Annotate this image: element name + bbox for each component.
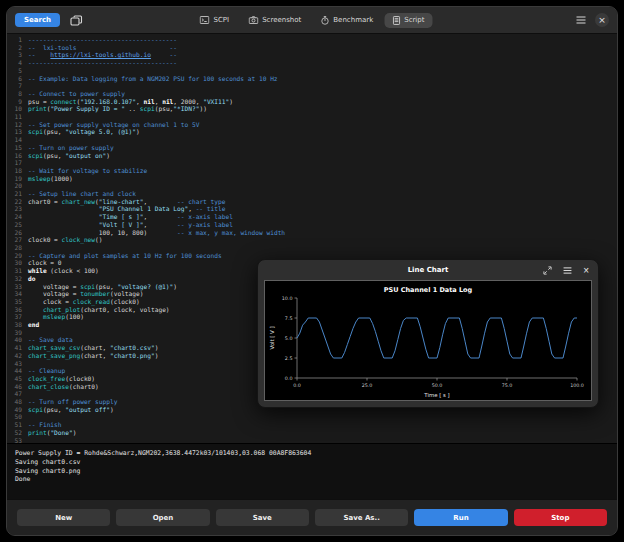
code-line[interactable]: 13scpi(psu, "voltage 5.0, (@1)") [7, 128, 617, 136]
svg-text:0.0: 0.0 [285, 376, 293, 381]
code-line[interactable]: 8-- Connect to power supply [7, 90, 617, 98]
code-line[interactable]: 21-- Setup line chart and clock [7, 190, 617, 198]
console-output[interactable]: Power Supply ID = Rohde&Schwarz,NGM202,3… [7, 443, 617, 499]
line-number: 43 [7, 360, 28, 368]
line-number: 14 [7, 136, 28, 144]
line-number: 53 [7, 437, 28, 443]
view-switcher: SCPI Screenshot [192, 13, 433, 28]
line-number: 9 [7, 98, 28, 106]
line-number: 13 [7, 128, 28, 136]
code-line[interactable]: 1---------------------------------------… [7, 36, 617, 44]
line-number: 49 [7, 406, 28, 414]
tab-overview-button[interactable] [68, 13, 85, 28]
close-icon: × [598, 16, 606, 25]
line-number: 32 [7, 275, 28, 283]
line-number: 20 [7, 182, 28, 190]
chart-expand-button[interactable] [541, 264, 554, 277]
code-line[interactable]: 25 "Volt [ V ]", -- y-axis label [7, 221, 617, 229]
line-number: 48 [7, 398, 28, 406]
svg-text:2.5: 2.5 [285, 356, 293, 361]
new-button[interactable]: New [17, 509, 110, 526]
code-line[interactable]: 3-- https://lxi-tools.github.io -- [7, 51, 617, 59]
code-line[interactable]: 5 [7, 67, 617, 75]
line-number: 31 [7, 267, 28, 275]
code-line[interactable]: 14 [7, 136, 617, 144]
code-line[interactable]: 27clock0 = clock_new() [7, 236, 617, 244]
code-line[interactable]: 26 100, 10, 800) -- x max, y max, window… [7, 229, 617, 237]
terminal-icon [200, 16, 210, 24]
line-number: 17 [7, 159, 28, 167]
line-number: 5 [7, 67, 28, 75]
svg-text:50.0: 50.0 [432, 383, 443, 388]
code-line[interactable]: 18-- Wait for voltage to stabilize [7, 167, 617, 175]
code-line[interactable]: 28 [7, 244, 617, 252]
svg-text:10.0: 10.0 [282, 296, 293, 301]
run-button[interactable]: Run [414, 509, 507, 526]
line-number: 8 [7, 90, 28, 98]
svg-text:75.0: 75.0 [502, 383, 513, 388]
code-line[interactable]: 10print("Power Supply ID = " .. scpi(psu… [7, 105, 617, 113]
chart-window-body: PSU Channel 1 Data Log 0.025.050.075.010… [258, 280, 598, 407]
line-number: 41 [7, 344, 28, 352]
save-as-button[interactable]: Save As.. [315, 509, 408, 526]
line-number: 12 [7, 121, 28, 129]
line-number: 45 [7, 375, 28, 383]
code-line[interactable]: 9psu = connect("192.168.0.107", nil, nil… [7, 98, 617, 106]
code-line[interactable]: 24 "Time [ s ]", -- x-axis label [7, 213, 617, 221]
line-number: 24 [7, 213, 28, 221]
chart-window-titlebar[interactable]: Line Chart [258, 260, 598, 280]
hamburger-menu-icon [563, 267, 572, 274]
code-line[interactable]: 2-- lxi-tools -- [7, 44, 617, 52]
hamburger-menu-icon [576, 16, 586, 24]
script-icon [392, 16, 400, 25]
code-line[interactable]: 19msleep(1000) [7, 175, 617, 183]
code-line[interactable]: 23 "PSU Channel 1 Data Log", -- title [7, 205, 617, 213]
line-number: 34 [7, 290, 28, 298]
code-line[interactable]: 17 [7, 159, 617, 167]
line-number: 21 [7, 190, 28, 198]
line-number: 39 [7, 329, 28, 337]
code-line[interactable]: 53 [7, 437, 617, 443]
tab-scpi[interactable]: SCPI [192, 13, 238, 28]
tab-overview-icon [70, 15, 83, 26]
line-number: 6 [7, 75, 28, 83]
tab-benchmark[interactable]: Benchmark [312, 13, 381, 28]
code-line[interactable]: 52print("Done") [7, 429, 617, 437]
close-icon: × [583, 265, 589, 276]
code-line[interactable]: 6-- Example: Data logging from a NGM202 … [7, 75, 617, 83]
line-number: 37 [7, 313, 28, 321]
stopwatch-icon [320, 16, 329, 25]
code-line[interactable]: 16scpi(psu, "output on") [7, 152, 617, 160]
line-number: 7 [7, 82, 28, 90]
line-number: 27 [7, 236, 28, 244]
menu-button[interactable] [574, 14, 588, 26]
svg-text:5.0: 5.0 [285, 336, 293, 341]
chart-close-button[interactable]: × [581, 263, 591, 278]
line-number: 19 [7, 175, 28, 183]
chart-window-controls: × [541, 260, 591, 280]
line-number: 44 [7, 367, 28, 375]
line-chart-window: Line Chart [257, 259, 599, 408]
tab-script[interactable]: Script [384, 13, 432, 28]
code-line[interactable]: 4---------------------------------------… [7, 59, 617, 67]
code-line[interactable]: 50 [7, 413, 617, 421]
window-close-button[interactable]: × [595, 13, 609, 27]
code-line[interactable]: 7 [7, 82, 617, 90]
open-button[interactable]: Open [116, 509, 209, 526]
code-line[interactable]: 20 [7, 182, 617, 190]
tab-screenshot[interactable]: Screenshot [240, 13, 309, 28]
chart-menu-button[interactable] [561, 265, 574, 276]
code-line[interactable]: 15-- Turn on power supply [7, 144, 617, 152]
search-button[interactable]: Search [15, 13, 60, 27]
line-number: 38 [7, 321, 28, 329]
save-button[interactable]: Save [216, 509, 309, 526]
line-number: 22 [7, 198, 28, 206]
line-number: 26 [7, 229, 28, 237]
stop-button[interactable]: Stop [514, 509, 607, 526]
code-line[interactable]: 51-- Finish [7, 421, 617, 429]
code-line[interactable]: 12-- Set power supply voltage on channel… [7, 121, 617, 129]
code-line[interactable]: 11 [7, 113, 617, 121]
line-number: 16 [7, 152, 28, 160]
line-number: 35 [7, 298, 28, 306]
code-line[interactable]: 22chart0 = chart_new("line-chart", -- ch… [7, 198, 617, 206]
